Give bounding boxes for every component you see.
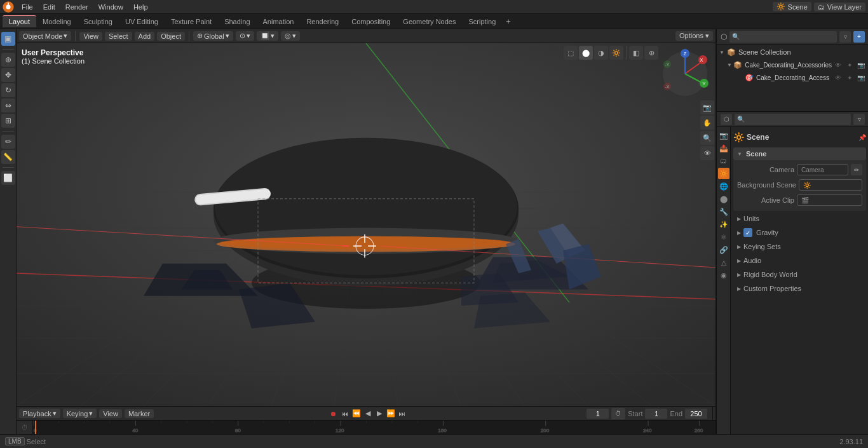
background-scene-field[interactable]: 🔆 — [799, 179, 862, 191]
shading-solid[interactable]: ⬤ — [579, 46, 593, 60]
menu-file[interactable]: File — [17, 2, 38, 12]
viewport-add-menu[interactable]: Add — [135, 32, 155, 41]
tool-move[interactable]: ✥ — [1, 68, 15, 82]
snap-toggle[interactable]: 🔲 ▾ — [257, 31, 278, 41]
viewport[interactable]: User Perspective (1) Scene Collection — [17, 43, 715, 406]
prop-tab-material[interactable]: ◉ — [718, 269, 729, 281]
fps-indicator[interactable]: ⏱ — [611, 408, 625, 419]
tab-modeling[interactable]: Modeling — [36, 16, 78, 27]
viewport-navigator[interactable]: X Y Z -X -Y — [660, 48, 710, 99]
viewport-object-menu[interactable]: Object — [157, 32, 185, 41]
proportional-edit[interactable]: ◎ ▾ — [281, 31, 300, 41]
pivot-selector[interactable]: ⊙ ▾ — [236, 31, 254, 41]
prop-tab-object[interactable]: ⬤ — [718, 193, 729, 205]
menu-window[interactable]: Window — [93, 2, 128, 12]
tab-sculpting[interactable]: Sculpting — [78, 16, 119, 27]
tab-compositing[interactable]: Compositing — [345, 16, 397, 27]
outliner-new-collection-button[interactable]: + — [853, 31, 865, 43]
tool-scale[interactable]: ⇔ — [1, 98, 15, 112]
timeline-ruler[interactable]: 0 40 80 120 160 200 240 260 — [33, 421, 715, 434]
options-menu[interactable]: Options ▾ — [675, 31, 713, 41]
outliner-search-input[interactable] — [729, 31, 837, 43]
tab-texture-paint[interactable]: Texture Paint — [165, 16, 218, 27]
mode-selector[interactable]: Object Mode ▾ — [19, 31, 71, 41]
add-workspace-button[interactable]: + — [502, 15, 515, 27]
tool-transform[interactable]: ⊞ — [1, 114, 15, 128]
overlay-toggle[interactable]: ◧ — [629, 46, 643, 60]
tab-layout[interactable]: Layout — [3, 15, 36, 27]
prop-tab-world[interactable]: 🌐 — [718, 180, 729, 192]
vp-tool-view[interactable]: 👁 — [700, 146, 714, 160]
gravity-collapse-item[interactable]: ▶ ✓ Gravity — [733, 226, 866, 239]
outliner-item-2[interactable]: ▶ 🎯 Cake_Decorating_Access 👁 ✦ 📷 — [717, 71, 868, 84]
viewport-select-menu[interactable]: Select — [105, 32, 132, 41]
frame-end-input[interactable] — [685, 409, 707, 419]
play-reverse-button[interactable]: ◀ — [363, 409, 373, 419]
frame-start-input[interactable] — [645, 409, 667, 419]
tool-select[interactable]: ▣ — [1, 32, 15, 46]
shading-wireframe[interactable]: ⬚ — [564, 46, 578, 60]
camera-pick-btn[interactable]: ✏ — [851, 164, 862, 175]
tool-add-cube[interactable]: ⬜ — [1, 171, 15, 185]
tool-annotate[interactable]: ✏ — [1, 135, 15, 149]
tool-cursor[interactable]: ⊕ — [1, 53, 15, 67]
jump-end-button[interactable]: ⏭ — [397, 409, 407, 419]
keying-sets-collapse-item[interactable]: ▶ Keying Sets — [733, 240, 866, 253]
tab-rendering[interactable]: Rendering — [300, 16, 345, 27]
play-button[interactable]: ▶ — [374, 409, 384, 419]
view-layer-selector[interactable]: 🗂 View Layer — [814, 3, 865, 11]
outliner-item-1-visibility[interactable]: 👁 — [833, 60, 843, 70]
rigid-body-world-collapse-item[interactable]: ▶ Rigid Body World — [733, 268, 866, 281]
units-collapse-item[interactable]: ▶ Units — [733, 212, 866, 225]
tool-measure[interactable]: 📏 — [1, 150, 15, 164]
shading-render[interactable]: 🔆 — [609, 46, 623, 60]
keying-menu[interactable]: Keying ▾ — [63, 409, 97, 418]
outliner-filter-button[interactable]: ▿ — [839, 31, 851, 43]
tab-shading[interactable]: Shading — [218, 16, 256, 27]
outliner-item-2-render[interactable]: 📷 — [856, 72, 866, 83]
outliner-item-1-render[interactable]: 📷 — [856, 60, 866, 70]
menu-edit[interactable]: Edit — [38, 2, 60, 12]
scene-prop-pin[interactable]: 📌 — [858, 134, 866, 141]
vp-tool-pan[interactable]: ✋ — [700, 116, 714, 130]
tab-geometry-nodes[interactable]: Geometry Nodes — [397, 16, 462, 27]
marker-menu[interactable]: Marker — [125, 409, 154, 418]
gizmo-toggle[interactable]: ⊕ — [644, 46, 658, 60]
tab-uv-editing[interactable]: UV Editing — [119, 16, 165, 27]
properties-icon-btn[interactable]: ⬡ — [721, 114, 732, 125]
camera-field[interactable]: Camera — [797, 164, 848, 175]
custom-properties-collapse-item[interactable]: ▶ Custom Properties — [733, 282, 866, 295]
scene-selector[interactable]: 🔆 Scene — [773, 2, 811, 11]
viewport-view-menu[interactable]: View — [79, 32, 102, 41]
active-clip-field[interactable]: 🎬 — [797, 194, 862, 206]
current-frame-input[interactable] — [587, 409, 609, 419]
prop-tab-output[interactable]: 📤 — [718, 142, 729, 154]
prop-tab-object-data[interactable]: △ — [718, 257, 729, 268]
prop-tab-render[interactable]: 📷 — [718, 130, 729, 141]
prop-tab-physics[interactable]: ⚛ — [718, 231, 729, 243]
step-back-button[interactable]: ⏪ — [351, 409, 362, 419]
scene-collection-item[interactable]: ▼ 📦 Scene Collection — [717, 46, 868, 58]
outliner-item-1-select[interactable]: ✦ — [844, 60, 855, 70]
audio-collapse-item[interactable]: ▶ Audio — [733, 254, 866, 267]
playback-menu[interactable]: Playback ▾ — [19, 409, 60, 418]
prop-tab-modifier[interactable]: 🔧 — [718, 206, 729, 217]
transform-orientation[interactable]: ⊕ Global ▾ — [193, 31, 233, 41]
outliner-item-2-visibility[interactable]: 👁 — [833, 72, 843, 83]
tool-rotate[interactable]: ↻ — [1, 83, 15, 97]
timeline-view-menu[interactable]: View — [99, 409, 122, 418]
outliner-item-1[interactable]: ▼ 📦 Cake_Decorating_Accessories 👁 ✦ 📷 — [717, 58, 868, 71]
prop-tab-particles[interactable]: ✨ — [718, 219, 729, 230]
properties-search-input[interactable] — [735, 114, 851, 125]
gravity-checkbox[interactable]: ✓ — [743, 228, 752, 237]
tab-scripting[interactable]: Scripting — [462, 16, 502, 27]
prop-tab-view-layer[interactable]: 🗂 — [718, 155, 729, 166]
shading-material[interactable]: ◑ — [594, 46, 608, 60]
tab-animation[interactable]: Animation — [257, 16, 301, 27]
vp-tool-zoom[interactable]: 🔍 — [700, 131, 714, 145]
vp-tool-camera[interactable]: 📷 — [700, 100, 714, 114]
record-button[interactable]: ⏺ — [329, 409, 339, 419]
step-forward-button[interactable]: ⏩ — [386, 409, 396, 419]
prop-tab-scene[interactable]: 🔆 — [718, 168, 729, 179]
prop-tab-constraints[interactable]: 🔗 — [718, 244, 729, 255]
